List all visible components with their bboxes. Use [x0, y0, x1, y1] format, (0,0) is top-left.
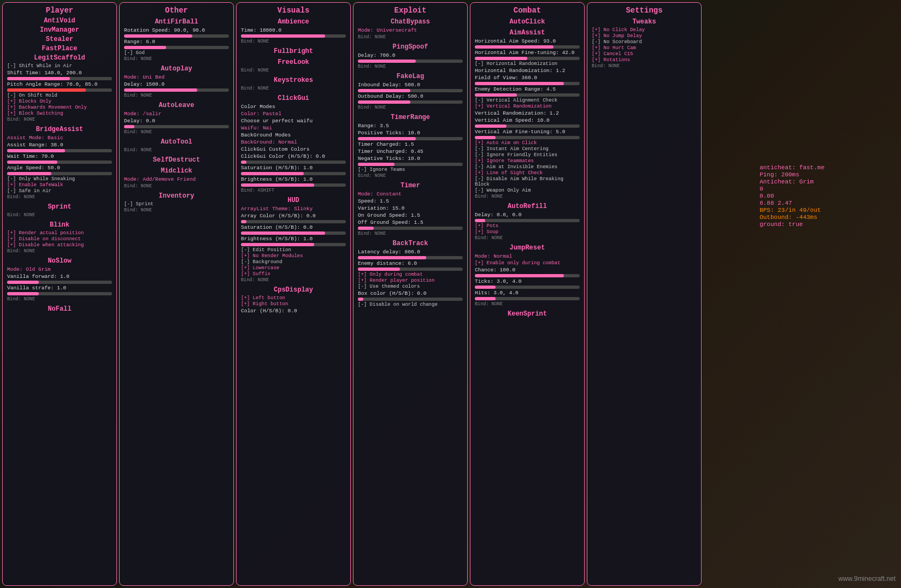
toggle-item[interactable]: [+] Disable on disconnect [7, 236, 112, 242]
slider[interactable] [358, 163, 463, 166]
toggle-item[interactable]: [+] Auto Aim on Click [475, 140, 580, 146]
toggle-item[interactable]: [-] Use themed colors [358, 284, 463, 289]
slider[interactable] [475, 82, 580, 85]
slider[interactable] [358, 60, 463, 63]
toggle-item[interactable]: [-] Edit Position [241, 247, 346, 253]
toggle-item[interactable]: [+] Soup [475, 229, 580, 235]
bind-label: Bind: NONE [475, 235, 580, 241]
slider[interactable] [124, 34, 229, 38]
slider[interactable] [358, 256, 463, 259]
panel-combat[interactable]: CombatAutoClickAimAssistHorizontal Aim S… [470, 2, 585, 586]
item-title[interactable]: FastPlace [7, 45, 112, 52]
toggle-item[interactable]: [-] Ignore Friendly Entities [475, 152, 580, 158]
toggle-item[interactable]: [+] Left button [241, 295, 346, 301]
slider[interactable] [7, 88, 112, 92]
slider[interactable] [124, 125, 229, 128]
slider[interactable] [475, 286, 580, 289]
slider[interactable] [475, 136, 580, 139]
section-title: HUD [241, 197, 346, 204]
slider[interactable] [358, 298, 463, 301]
toggle-item[interactable]: [-] Sprint [124, 201, 229, 207]
toggle-item[interactable]: [+] No Render Modules [241, 253, 346, 259]
panel-visuals[interactable]: VisualsAmbienceTime: 18000.0Bind: NONEFu… [236, 2, 351, 586]
toggle-item[interactable]: [+] Enable SafeWalk [7, 182, 112, 188]
toggle-item[interactable]: [+] Block Switching [7, 111, 112, 116]
toggle-item[interactable]: [-] Background [241, 259, 346, 265]
toggle-item[interactable]: [+] Cancel C15 [592, 51, 697, 57]
slider[interactable] [7, 149, 112, 152]
toggle-item[interactable]: [+] Rotations [592, 57, 697, 63]
panel-player[interactable]: PlayerAntiVoidInvManagerStealerFastPlace… [2, 2, 117, 586]
slider[interactable] [241, 34, 346, 38]
toggle-item[interactable]: [+] Render player position [358, 278, 463, 283]
section-title: KeenSprint [475, 310, 580, 318]
toggle-item[interactable]: [+] Vertical Randomization [475, 104, 580, 109]
toggle-item[interactable]: [-] Disable Aim While Breaking Block [475, 176, 580, 187]
toggle-item[interactable]: [+] Line of Sight Check [475, 170, 580, 176]
item-title[interactable]: LegitScaffold [7, 54, 112, 62]
slider[interactable] [358, 268, 463, 271]
toggle-item[interactable]: [+] Ignore Teammates [475, 158, 580, 164]
slider[interactable] [358, 89, 463, 92]
section-title: ChatBypass [358, 18, 463, 26]
hud-line: 0 [759, 186, 825, 192]
toggle-item[interactable]: [+] Disable when attacking [7, 242, 112, 248]
slider[interactable] [241, 231, 346, 235]
slider[interactable] [241, 183, 346, 187]
slider[interactable] [475, 297, 580, 300]
slider[interactable] [475, 57, 580, 60]
toggle-item[interactable]: [-] Shift While in Air [7, 63, 112, 69]
slider[interactable] [7, 161, 112, 164]
slider[interactable] [358, 137, 463, 140]
toggle-item[interactable]: [-] Only While Sneaking [7, 176, 112, 182]
slider[interactable] [358, 100, 463, 104]
slider[interactable] [241, 220, 346, 223]
slider[interactable] [475, 45, 580, 49]
toggle-item[interactable]: [+] Backwards Movement Only [7, 105, 112, 110]
item-title[interactable]: Stealer [7, 35, 112, 43]
slider[interactable] [7, 172, 112, 175]
toggle-item[interactable]: [-] Weapon Only Aim [475, 188, 580, 193]
toggle-item[interactable]: [+] Enable only during combat [475, 260, 580, 266]
slider[interactable] [241, 172, 346, 175]
toggle-item[interactable]: [-] Ignore Teams [358, 167, 463, 173]
slider[interactable] [7, 281, 112, 284]
toggle-item[interactable]: [+] No Hurt Cam [592, 45, 697, 51]
toggle-item[interactable]: [-] God [124, 50, 229, 56]
toggle-item[interactable]: [+] No Jump Delay [592, 33, 697, 39]
slider[interactable] [475, 219, 580, 222]
slider[interactable] [241, 243, 346, 246]
toggle-item[interactable]: [-] Vertical Alignment Check [475, 98, 580, 103]
slider[interactable] [475, 93, 580, 97]
slider[interactable] [475, 124, 580, 128]
slider[interactable] [475, 274, 580, 277]
slider[interactable] [241, 161, 346, 164]
toggle-item[interactable]: [-] On Shift Hold [7, 93, 112, 98]
toggle-item[interactable]: [-] Horizontal Randomization [475, 61, 580, 67]
slider[interactable] [7, 292, 112, 295]
toggle-item[interactable]: [-] Disable on world change [358, 302, 463, 307]
panel-other[interactable]: OtherAntiFirBallRotation Speed: 90.0, 90… [119, 2, 234, 586]
toggle-item[interactable]: [-] Instant Aim Centering [475, 146, 580, 152]
toggle-item[interactable]: [+] Render actual position [7, 230, 112, 236]
toggle-item[interactable]: [+] No Click Delay [592, 27, 697, 33]
slider[interactable] [124, 88, 229, 92]
toggle-item[interactable]: [-] No Scoreboard [592, 39, 697, 45]
toggle-item[interactable]: [+] Only during combat [358, 272, 463, 277]
toggle-item[interactable]: [-] Safe in Air [7, 188, 112, 194]
toggle-item[interactable]: [+] Blocks Only [7, 99, 112, 104]
panel-exploit[interactable]: ExploitChatBypassMode: UniversecraftBind… [353, 2, 468, 586]
toggle-item[interactable]: [-] Aim at Invisible Enemies [475, 164, 580, 170]
toggle-item[interactable]: [+] Right button [241, 301, 346, 307]
toggle-item[interactable]: [+] Lowercase [241, 265, 346, 271]
toggle-item[interactable]: [+] Pots [475, 223, 580, 229]
item-title[interactable]: AntiVoid [7, 17, 112, 25]
item-label: Horizontal Aim Fine-tuning: 42.0 [475, 50, 580, 56]
toggle-item[interactable]: [+] Suffix [241, 271, 346, 277]
panel-settings[interactable]: SettingsTweaks[+] No Click Delay[+] No J… [587, 2, 702, 586]
slider[interactable] [7, 77, 112, 80]
slider[interactable] [124, 46, 229, 49]
item-label: Vertical Randomization: 1.2 [475, 110, 580, 116]
item-title[interactable]: InvManager [7, 26, 112, 34]
slider[interactable] [358, 227, 463, 230]
